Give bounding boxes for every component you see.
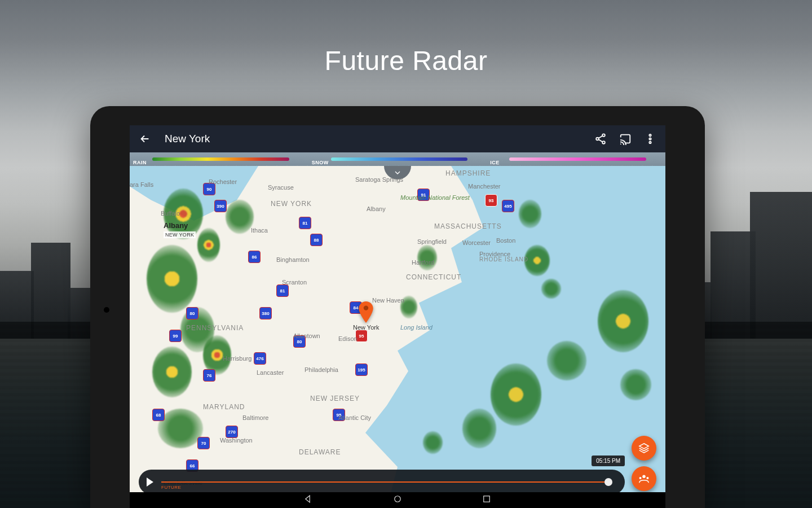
svg-point-6 xyxy=(364,305,368,310)
more-icon[interactable] xyxy=(644,133,656,145)
route-shield: 80 xyxy=(186,307,198,319)
timeline-time-chip: 05:15 PM xyxy=(592,456,625,466)
nav-home-icon[interactable] xyxy=(392,494,403,506)
map-state-label: MASSACHUSETTS xyxy=(434,222,502,230)
map-city-label: Worcester xyxy=(462,239,491,246)
map-city-label: Springfield xyxy=(417,238,447,245)
map-city-label: Syracuse xyxy=(268,184,294,191)
route-shield: 81 xyxy=(299,217,311,229)
svg-point-4 xyxy=(649,138,651,139)
radar-echo xyxy=(620,369,651,400)
hero-title: Future Radar xyxy=(0,45,812,76)
legend-ice-gradient xyxy=(509,157,646,161)
radar-echo xyxy=(417,245,437,270)
map-city-label: Harrisburg xyxy=(223,355,251,362)
radar-timeline[interactable]: FUTURE xyxy=(139,470,625,494)
map-city-label: Ithaca xyxy=(251,227,268,234)
timeline-track[interactable]: FUTURE xyxy=(161,481,609,483)
android-nav-bar xyxy=(130,492,665,508)
map-state-label: CONNECTICUT xyxy=(406,273,461,281)
svg-point-10 xyxy=(395,496,401,502)
radar-echo xyxy=(226,200,254,234)
route-shield: 88 xyxy=(310,234,323,246)
map-city-label: Edison xyxy=(338,335,358,342)
svg-point-3 xyxy=(649,134,651,136)
cast-icon[interactable] xyxy=(619,133,632,145)
map-state-label: PENNSYLVANIA xyxy=(186,324,244,332)
back-icon[interactable] xyxy=(139,133,151,145)
route-shield: 70 xyxy=(197,437,210,449)
svg-point-7 xyxy=(642,475,646,479)
route-shield: 380 xyxy=(259,307,272,319)
map-state-label: MARYLAND xyxy=(203,403,245,411)
map-pin-label: New York xyxy=(353,324,379,331)
play-icon[interactable] xyxy=(147,478,153,487)
radar-echo xyxy=(547,341,586,380)
route-shield: 270 xyxy=(226,426,238,438)
legend-ice-label: ICE xyxy=(490,160,500,165)
group-fab[interactable] xyxy=(632,466,656,491)
svg-point-8 xyxy=(639,477,642,479)
radar-echo xyxy=(152,347,192,397)
route-shield: 195 xyxy=(355,364,368,376)
radar-echo xyxy=(158,409,203,448)
share-icon[interactable] xyxy=(594,133,607,145)
radar-echo xyxy=(197,228,220,262)
radar-legend: RAIN SNOW ICE xyxy=(130,152,665,166)
app-bar-title: New York xyxy=(165,133,210,145)
radar-echo xyxy=(147,245,197,313)
map-state-label: HAMPSHIRE xyxy=(445,169,491,177)
map-city-label: Washington xyxy=(220,437,253,444)
location-pin-icon[interactable] xyxy=(359,301,373,323)
timeline-knob[interactable] xyxy=(604,478,612,486)
map-city-label: Boston xyxy=(496,237,515,244)
map-city-label: Providence xyxy=(479,251,510,257)
map-city-label: New Haven xyxy=(372,297,404,304)
route-shield: 93 xyxy=(485,194,497,207)
nav-back-icon[interactable] xyxy=(303,494,314,506)
timeline-future-label: FUTURE xyxy=(161,485,181,490)
map-city-label: Saratoga Springs xyxy=(355,176,403,183)
map-state-label: NEW YORK xyxy=(271,200,312,208)
map-state-label: DELAWARE xyxy=(299,448,341,456)
tablet-screen: New York RAIN SNOW ICE xyxy=(130,125,665,508)
route-shield: 476 xyxy=(254,352,266,365)
svg-point-9 xyxy=(646,477,648,479)
legend-rain-gradient xyxy=(152,157,289,161)
map-city-label: Hartford xyxy=(412,259,434,266)
radar-map[interactable]: 90 390 81 88 86 81 80 380 84 80 476 195 … xyxy=(130,166,665,508)
map-city-label: Binghamton xyxy=(276,256,310,263)
map-city-label: Baltimore xyxy=(242,414,268,421)
legend-snow-label: SNOW xyxy=(312,160,329,165)
layers-fab[interactable] xyxy=(632,436,656,461)
nav-recent-icon[interactable] xyxy=(482,494,492,506)
map-city-label: Lancaster xyxy=(257,369,284,376)
map-city-label: Rochester xyxy=(209,178,237,185)
app-bar: New York xyxy=(130,125,665,152)
tablet-frame: New York RAIN SNOW ICE xyxy=(90,106,705,508)
map-state-label: NEW JERSEY xyxy=(310,395,360,402)
radar-echo xyxy=(598,290,648,352)
map-location-box: NEW YORK xyxy=(164,231,196,238)
route-shield: 68 xyxy=(152,409,165,421)
map-city-label: Buffalo xyxy=(161,210,180,217)
svg-rect-11 xyxy=(484,496,490,502)
route-shield: 99 xyxy=(169,330,182,342)
radar-echo xyxy=(462,409,496,448)
route-shield: 81 xyxy=(276,284,289,297)
map-city-label: Scranton xyxy=(282,279,307,286)
map-park-label: Mountain National Forest xyxy=(400,194,470,201)
legend-rain-label: RAIN xyxy=(133,160,147,165)
map-city-label: ara Falls xyxy=(130,181,153,188)
route-shield: 390 xyxy=(214,200,227,212)
radar-echo xyxy=(491,364,541,426)
route-shield: 495 xyxy=(502,200,514,212)
route-shield: 76 xyxy=(203,369,215,382)
radar-echo xyxy=(519,200,541,228)
map-city-label: Albany xyxy=(367,205,386,212)
map-location-label: Albany xyxy=(164,221,188,230)
map-water-label: Long Island xyxy=(400,324,433,331)
radar-echo xyxy=(541,279,561,299)
map-city-label: Allentown xyxy=(293,332,320,339)
route-shield: 86 xyxy=(248,251,261,263)
